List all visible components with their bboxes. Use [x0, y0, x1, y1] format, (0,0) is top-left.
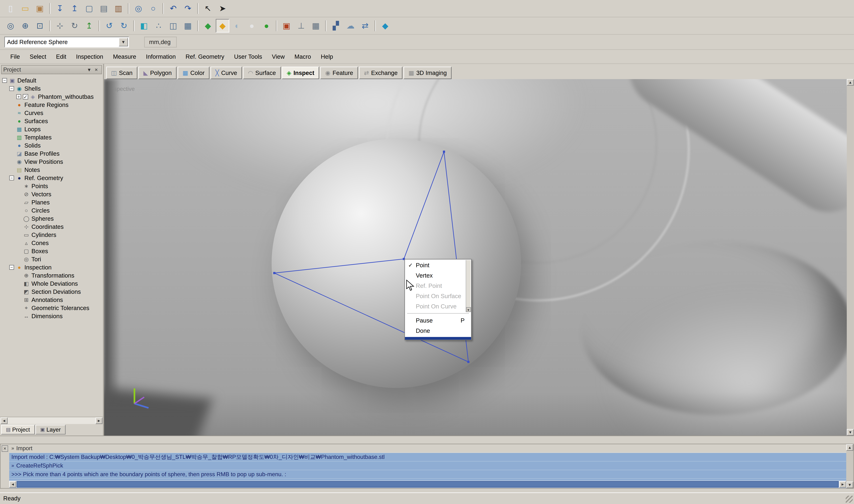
log-line-1[interactable]: »Import — [9, 444, 846, 453]
menu-inspection[interactable]: Inspection — [71, 52, 108, 62]
capture-view-button[interactable]: ▢ — [82, 2, 96, 15]
spin-left-button[interactable]: ↺ — [102, 19, 116, 33]
tree-item-cylinders[interactable]: ▭Cylinders — [1, 231, 103, 239]
tree-item-templates[interactable]: ▥Templates — [1, 133, 103, 141]
module-tab-feature[interactable]: ◉Feature — [320, 67, 358, 79]
tree-item-boxes[interactable]: ▢Boxes — [1, 247, 103, 255]
viewport-vscrollbar[interactable]: ▲ ▼ — [847, 79, 854, 435]
tree-item-view-positions[interactable]: ◉View Positions — [1, 158, 103, 166]
open-file-button[interactable]: ▭ — [18, 2, 32, 15]
collapse-icon[interactable]: − — [9, 265, 14, 270]
scroll-thumb[interactable] — [17, 481, 839, 488]
tree-item-annotations[interactable]: ⊞Annotations — [1, 296, 103, 304]
vertex-color-mode-button[interactable]: ● — [260, 19, 273, 33]
save-file-button[interactable]: ▣ — [33, 2, 47, 15]
mesh-grid-button[interactable]: ▦ — [309, 19, 323, 33]
log-hscrollbar[interactable]: ◄ ► — [9, 481, 846, 488]
menu-help[interactable]: Help — [316, 52, 338, 62]
panel-tab-layer[interactable]: ▣Layer — [35, 425, 66, 434]
module-tab-color[interactable]: ▦Color — [178, 67, 209, 79]
log-vscrollbar[interactable]: ▲ ▼ — [846, 444, 853, 488]
module-tab-curve[interactable]: ╳Curve — [210, 67, 242, 79]
menu-measure[interactable]: Measure — [108, 52, 141, 62]
pointer-button[interactable]: ➤ — [216, 2, 229, 15]
scroll-left-icon[interactable]: ◄ — [1, 417, 7, 424]
tree-item-base-profiles[interactable]: ◪Base Profiles — [1, 149, 103, 158]
log-close-icon[interactable]: × — [2, 445, 8, 452]
menu-view[interactable]: View — [267, 52, 290, 62]
menu-user-tools[interactable]: User Tools — [229, 52, 267, 62]
previous-view-button[interactable]: ↥ — [82, 19, 96, 33]
pan-view-button[interactable]: ⊹ — [53, 19, 67, 33]
menu-edit[interactable]: Edit — [51, 52, 71, 62]
log-line-2[interactable]: Import model : C:₩System Backup₩Desktop₩… — [9, 453, 846, 462]
tree-item-circles[interactable]: ○Circles — [1, 206, 103, 215]
redo-button[interactable]: ↷ — [181, 2, 195, 15]
tree-item-solids[interactable]: ●Solids — [1, 141, 103, 149]
collapse-icon[interactable]: − — [9, 86, 14, 91]
bounding-box-button[interactable]: ◫ — [167, 19, 180, 33]
tree-item-curves[interactable]: ≈Curves — [1, 109, 103, 117]
spin-right-button[interactable]: ↻ — [117, 19, 130, 33]
export-model-button[interactable]: ↥ — [68, 2, 81, 15]
project-panel-header[interactable]: Project ▾ × — [1, 65, 102, 74]
menu-macro[interactable]: Macro — [290, 52, 316, 62]
render-quality-button[interactable]: ◆ — [378, 19, 392, 33]
panel-menu-icon[interactable]: ▾ — [86, 66, 93, 73]
context-item-vertex[interactable]: Vertex — [405, 270, 471, 281]
tree-item-section-deviations[interactable]: ◩Section Deviations — [1, 288, 103, 296]
tree-item-loops[interactable]: ▦Loops — [1, 125, 103, 133]
scroll-track[interactable] — [7, 417, 95, 424]
translucent-mode-button[interactable]: ◐ — [230, 19, 244, 33]
tree-item-ref-geometry[interactable]: −●Ref. Geometry — [1, 174, 103, 182]
scroll-down-icon[interactable]: ▼ — [847, 429, 854, 435]
collapse-icon[interactable]: − — [2, 78, 7, 83]
plot-device-button[interactable]: ▥ — [112, 2, 125, 15]
module-tab-polygon[interactable]: ◣Polygon — [138, 67, 177, 79]
log-line-4[interactable]: >>> Pick more than 4 points which are th… — [9, 470, 846, 479]
tree-item-geometric-tolerances[interactable]: ⌖Geometric Tolerances — [1, 304, 103, 312]
menu-information[interactable]: Information — [141, 52, 181, 62]
undo-button[interactable]: ↶ — [167, 2, 180, 15]
tree-item-whole-deviations[interactable]: ◧Whole Deviations — [1, 280, 103, 288]
smooth-shade-mode-button[interactable]: ● — [245, 19, 259, 33]
scroll-down-icon[interactable]: ▼ — [846, 482, 853, 488]
compare-shells-button[interactable]: ⇄ — [358, 19, 372, 33]
tree-item-notes[interactable]: ▤Notes — [1, 166, 103, 174]
module-tab-inspect[interactable]: ◈Inspect — [282, 67, 319, 79]
module-tab-exchange[interactable]: ⇄Exchange — [359, 67, 402, 79]
tree-item-transformations[interactable]: ⊕Transformations — [1, 271, 103, 280]
point-cloud-mode-button[interactable]: ∴ — [152, 19, 165, 33]
print-button[interactable]: ▤ — [97, 2, 110, 15]
shaded-mode-button[interactable]: ◆ — [201, 19, 215, 33]
scroll-up-icon[interactable]: ▲ — [847, 79, 854, 86]
scroll-up-icon[interactable]: ▲ — [846, 444, 853, 451]
module-tab-3d-imaging[interactable]: ▦3D Imaging — [403, 67, 452, 79]
tree-item-phantom-withoutbas[interactable]: +✓◈Phantom_withoutbas — [1, 93, 103, 101]
tree-item-dimensions[interactable]: ↔Dimensions — [1, 312, 103, 320]
context-item-point[interactable]: ✓Point — [405, 260, 471, 270]
scroll-down-icon[interactable]: ▼ — [466, 307, 471, 312]
tree-item-cones[interactable]: ▵Cones — [1, 239, 103, 247]
resize-grip[interactable] — [846, 496, 853, 503]
region-box-button[interactable]: ▣ — [280, 19, 293, 33]
import-model-button[interactable]: ↧ — [53, 2, 67, 15]
3d-viewport[interactable]: spective — [104, 79, 854, 435]
tree-item-vectors[interactable]: ⊘Vectors — [1, 190, 103, 198]
expand-icon[interactable]: + — [16, 94, 21, 99]
tree-item-tori[interactable]: ◎Tori — [1, 255, 103, 263]
module-tab-scan[interactable]: ◫Scan — [106, 67, 137, 79]
module-tab-surface[interactable]: ◠Surface — [243, 67, 281, 79]
tree-item-coordinates[interactable]: ⊹Coordinates — [1, 223, 103, 231]
wireframe-mode-button[interactable]: ◆ — [216, 19, 229, 33]
zoom-in-area-button[interactable]: ⊕ — [18, 19, 32, 33]
tree-item-points[interactable]: ∗Points — [1, 182, 103, 190]
zoom-tool-button[interactable]: ◎ — [132, 2, 145, 15]
point-cloud-button[interactable]: ☁ — [344, 19, 357, 33]
tree-item-default[interactable]: −▣Default — [1, 76, 103, 85]
tree-item-feature-regions[interactable]: ●Feature Regions — [1, 101, 103, 109]
new-document-button[interactable]: ▯ — [4, 2, 17, 15]
tree-item-shells[interactable]: −◉Shells — [1, 85, 103, 93]
panel-tab-project[interactable]: ▤Project — [1, 425, 35, 434]
log-expand-icon[interactable]: » — [11, 446, 14, 451]
